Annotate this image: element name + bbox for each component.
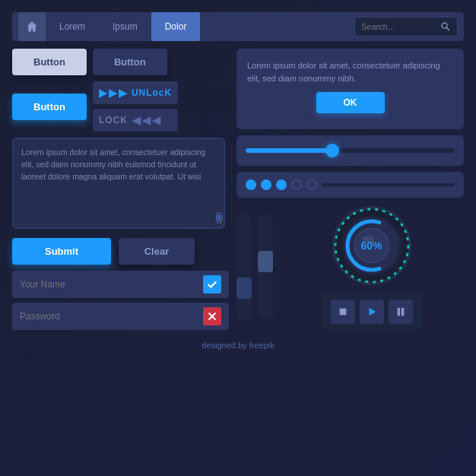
buttons-row-1: Button Button (12, 49, 229, 75)
pause-icon (395, 306, 406, 317)
v-slider-1[interactable] (236, 214, 252, 320)
dialog-box: Lorem ipsum dolor sit amet, consectetuer… (236, 49, 464, 129)
password-input[interactable] (20, 311, 197, 322)
slider-1[interactable] (246, 143, 455, 158)
navbar: Lorem Ipsum Dolor (12, 12, 464, 41)
left-column: Button Button Button ▶ ▶ ▶ UNLocK (12, 49, 229, 330)
clear-button[interactable]: Clear (119, 238, 195, 265)
circular-control[interactable]: 60% (330, 204, 414, 287)
name-input[interactable] (20, 279, 197, 290)
footer: designed by freepik (12, 338, 464, 353)
slider-dot-3[interactable] (276, 179, 287, 190)
nav-item-ipsum[interactable]: Ipsum (99, 12, 151, 41)
password-clear-button[interactable] (203, 307, 221, 325)
dialog-text: Lorem ipsum dolor sit amet, consectetuer… (247, 59, 453, 84)
input-fields (12, 271, 229, 330)
nav-item-lorem[interactable]: Lorem (46, 12, 99, 41)
slider-2-container (236, 172, 464, 198)
circular-section: 60% (279, 204, 464, 330)
slider-dot-1[interactable] (246, 179, 256, 190)
ok-button[interactable]: OK (316, 92, 385, 113)
vert-sliders-circular: 60% (236, 204, 464, 330)
svg-point-0 (442, 23, 447, 28)
lock-arrows: ◀ ◀ ◀ (132, 114, 160, 126)
media-player (322, 294, 422, 330)
button-blue[interactable]: Button (12, 94, 87, 120)
x-icon (208, 312, 217, 321)
unlock-button[interactable]: ▶ ▶ ▶ UNLocK (93, 81, 178, 104)
v-slider-2[interactable] (258, 214, 273, 320)
name-check-button[interactable] (203, 275, 221, 294)
textarea-container: Lorem ipsum dolor sit amet, consectetuer… (12, 138, 229, 232)
svg-rect-11 (339, 309, 346, 316)
slider-2-line (322, 183, 455, 186)
textarea-input[interactable]: Lorem ipsum dolor sit amet, consectetuer… (12, 138, 225, 229)
play-button[interactable] (360, 300, 384, 324)
nav-home-button[interactable] (18, 12, 46, 41)
submit-button[interactable]: Submit (12, 238, 111, 265)
main-content: Button Button Button ▶ ▶ ▶ UNLocK (12, 49, 464, 330)
pause-button[interactable] (389, 300, 413, 324)
password-input-wrap (12, 303, 229, 330)
svg-rect-14 (401, 308, 404, 316)
svg-line-1 (446, 27, 449, 30)
lock-button[interactable]: LOCK ◀ ◀ ◀ (93, 109, 178, 132)
buttons-row-2: Button ▶ ▶ ▶ UNLocK LOCK ◀ (12, 81, 229, 132)
nav-item-dolor[interactable]: Dolor (151, 12, 201, 41)
stop-button[interactable] (331, 300, 355, 324)
stop-icon (338, 306, 348, 317)
right-column: Lorem ipsum dolor sit amet, consectetuer… (236, 49, 464, 330)
slider-dot-5[interactable] (306, 179, 317, 190)
home-icon (26, 21, 38, 33)
submit-clear-row: Submit Clear (12, 238, 229, 265)
main-container: Lorem Ipsum Dolor Button Button (0, 0, 476, 476)
slider-dot-4[interactable] (291, 179, 302, 190)
name-input-wrap (12, 271, 229, 298)
slider-1-fill (246, 148, 329, 153)
lock-label: LOCK (99, 115, 128, 125)
slider-1-track (246, 148, 455, 153)
svg-marker-12 (369, 308, 376, 316)
slider-1-container (236, 135, 464, 166)
unlock-arrows: ▶ ▶ ▶ (99, 87, 127, 99)
slider-dot-2[interactable] (261, 179, 271, 190)
circular-percent: 60% (360, 240, 382, 252)
search-input[interactable] (361, 22, 437, 31)
search-bar[interactable] (354, 17, 458, 36)
search-icon (440, 21, 451, 32)
play-icon (367, 306, 377, 317)
check-icon (207, 279, 217, 290)
button-dark[interactable]: Button (93, 49, 167, 75)
slider-1-thumb[interactable] (325, 144, 339, 157)
unlock-label: UNLocK (132, 87, 172, 98)
textarea-corner-icon: // (215, 211, 221, 223)
v-slider-1-thumb[interactable] (236, 278, 252, 299)
lock-unlock-group: ▶ ▶ ▶ UNLocK LOCK ◀ ◀ ◀ (93, 81, 178, 132)
footer-text: designed by freepik (202, 341, 274, 350)
v-slider-2-thumb[interactable] (258, 251, 273, 272)
button-light[interactable]: Button (12, 49, 87, 75)
svg-rect-13 (397, 308, 400, 316)
